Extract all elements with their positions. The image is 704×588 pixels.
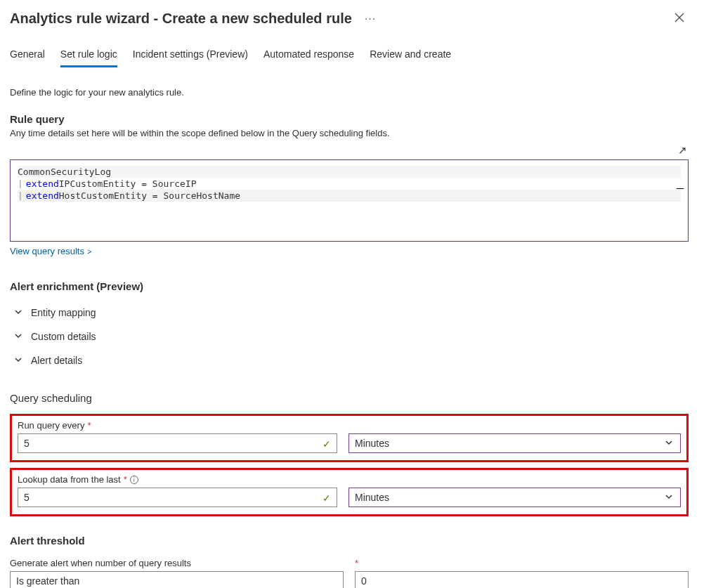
query-line-2-keyword: extend [26, 178, 59, 190]
query-scheduling-heading: Query scheduling [10, 392, 689, 404]
lookup-data-label: Lookup data from the last * i [18, 474, 681, 485]
page-title: Analytics rule wizard - Create a new sch… [10, 11, 352, 27]
chevron-right-icon: > [87, 247, 91, 256]
tab-set-rule-logic[interactable]: Set rule logic [60, 44, 117, 67]
required-icon: * [87, 420, 91, 431]
lookup-data-input[interactable] [18, 488, 337, 507]
expander-custom-details[interactable]: Custom details [10, 325, 689, 348]
rule-query-editor[interactable]: CommonSecurityLog | extend IPCustomEntit… [10, 159, 689, 242]
run-query-every-block: Run query every * ✓ Minutes [10, 414, 689, 462]
alert-enrichment-heading: Alert enrichment (Preview) [10, 280, 689, 292]
panel-header: Analytics rule wizard - Create a new sch… [10, 8, 689, 29]
tab-general[interactable]: General [10, 44, 45, 67]
wizard-tabs: General Set rule logic Incident settings… [10, 44, 689, 67]
check-icon: ✓ [322, 492, 331, 504]
expander-entity-mapping[interactable]: Entity mapping [10, 301, 689, 325]
expander-alert-details[interactable]: Alert details [10, 348, 689, 372]
query-line-3-keyword: extend [26, 190, 59, 202]
alert-threshold-heading: Alert threshold [10, 535, 689, 547]
alert-threshold-value-input[interactable] [361, 575, 681, 587]
alert-details-label: Alert details [31, 355, 82, 366]
query-line-2-rest: IPCustomEntity = SourceIP [59, 178, 197, 190]
alert-threshold-row: Generate alert when number of query resu… [10, 558, 689, 588]
rule-query-heading: Rule query [10, 113, 689, 125]
entity-mapping-label: Entity mapping [31, 307, 96, 318]
cursor-marker-icon [677, 188, 684, 189]
lookup-data-unit-label: Minutes [355, 492, 389, 503]
chevron-down-icon [14, 307, 24, 318]
tab-incident-settings[interactable]: Incident settings (Preview) [133, 44, 248, 67]
required-icon: * [124, 474, 127, 485]
run-query-every-unit-select[interactable]: Minutes [348, 433, 681, 453]
close-button[interactable] [670, 8, 689, 29]
chevron-down-icon [665, 438, 673, 449]
chevron-down-icon [14, 331, 24, 342]
header-more-button[interactable]: ··· [365, 13, 376, 25]
rule-query-subtext: Any time details set here will be within… [10, 128, 689, 138]
chevron-down-icon [665, 492, 673, 503]
query-line-1: CommonSecurityLog [18, 166, 111, 178]
alert-threshold-operator-value: Is greater than [16, 575, 79, 587]
tab-body: Define the logic for your new analytics … [10, 87, 689, 588]
analytics-rule-wizard-panel: Analytics rule wizard - Create a new sch… [0, 0, 704, 588]
lookup-data-unit-select[interactable]: Minutes [348, 488, 681, 507]
check-icon: ✓ [322, 438, 331, 450]
alert-threshold-operator-select[interactable]: Is greater than [10, 571, 344, 588]
expand-query-icon[interactable]: ↗ [678, 144, 687, 157]
run-query-every-label: Run query every * [18, 420, 681, 431]
tab-automated-response[interactable]: Automated response [263, 44, 354, 67]
close-icon [674, 13, 684, 22]
run-query-every-unit-label: Minutes [355, 438, 389, 449]
run-query-every-input[interactable] [18, 434, 337, 452]
alert-threshold-value-input-wrapper[interactable] [355, 571, 689, 588]
view-query-results-link[interactable]: View query results> [10, 246, 689, 256]
required-icon: * [355, 558, 689, 568]
tab-review-and-create[interactable]: Review and create [370, 44, 451, 67]
lookup-data-value[interactable]: ✓ [18, 488, 337, 507]
alert-threshold-label: Generate alert when number of query resu… [10, 558, 344, 568]
lookup-data-block: Lookup data from the last * i ✓ Minutes [10, 468, 689, 516]
run-query-every-value[interactable]: ✓ [18, 433, 337, 453]
info-icon[interactable]: i [130, 476, 138, 484]
query-line-3-rest: HostCustomEntity = SourceHostName [59, 190, 240, 202]
chevron-down-icon [14, 355, 24, 366]
custom-details-label: Custom details [31, 331, 96, 342]
intro-text: Define the logic for your new analytics … [10, 87, 689, 98]
